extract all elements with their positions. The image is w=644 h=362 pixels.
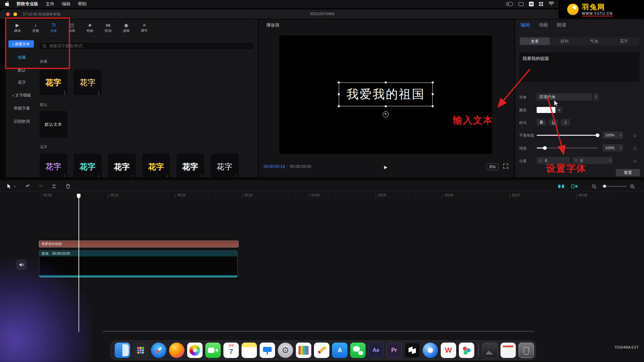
wechat-icon[interactable] (350, 343, 366, 358)
huazi-tile[interactable]: 花字 (40, 154, 67, 177)
selection-handle[interactable] (385, 105, 387, 107)
original-quality-button[interactable]: 原始 (486, 164, 498, 170)
huazi-tile[interactable]: 花字 (142, 154, 170, 177)
display-icon[interactable] (519, 2, 524, 6)
download-icon[interactable] (201, 172, 202, 177)
wps-icon[interactable]: W (441, 343, 456, 358)
screen-record-indicator-icon[interactable] (506, 2, 513, 6)
apple-menu-icon[interactable] (5, 1, 9, 7)
download-icon[interactable] (166, 172, 168, 177)
search-bar[interactable] (39, 42, 255, 50)
calendar-icon[interactable]: 10月 7 (223, 343, 239, 358)
opacity-stepper[interactable] (619, 131, 623, 139)
menu-item[interactable]: 帮助 (78, 1, 87, 7)
inspector-tab[interactable]: 朗读 (557, 22, 566, 28)
settings-icon[interactable]: ⚙ (278, 343, 293, 358)
reset-button[interactable]: 重置 (616, 169, 640, 176)
minimized-doc-icon[interactable] (500, 343, 516, 358)
media-tab[interactable]: ♪ 音频 (26, 19, 45, 36)
browser-app-icon[interactable] (423, 343, 438, 358)
huazi-tile[interactable]: 花字 (74, 70, 102, 95)
launchpad-icon[interactable] (133, 343, 148, 358)
colorbars-app-icon[interactable] (296, 343, 311, 358)
selection-handle[interactable] (432, 105, 434, 107)
opacity-keyframe-icon[interactable] (633, 133, 637, 138)
huazi-tile[interactable]: 花字 (40, 70, 67, 95)
minimized-window-icon[interactable] (482, 343, 498, 358)
track-mute-button[interactable] (16, 260, 26, 270)
media-tab[interactable]: ⋈ 转场 (99, 19, 117, 36)
premiere-icon[interactable]: Pr (386, 343, 402, 358)
selection-handle[interactable] (338, 81, 340, 83)
pencil-app-icon[interactable] (314, 343, 329, 358)
selection-handle[interactable] (338, 105, 340, 107)
scale-value[interactable]: 100% (602, 144, 623, 152)
split-clip-icon[interactable] (50, 182, 58, 190)
default-text-tile[interactable]: 默认文本 (40, 111, 67, 138)
inspector-tab[interactable]: 编辑 (521, 22, 530, 28)
sidebar-item[interactable]: 默认 (6, 67, 38, 73)
media-tab[interactable]: ◉ 滤镜 (117, 19, 135, 36)
zoom-out-icon[interactable] (590, 182, 598, 190)
color-circles-app-icon[interactable] (459, 343, 474, 358)
underline-button[interactable]: U (549, 119, 558, 126)
selection-handle[interactable] (338, 93, 340, 95)
huazi-tile[interactable]: 花字 (211, 154, 238, 177)
grid-icon[interactable] (539, 2, 543, 6)
inspector-subtab[interactable]: 排列 (550, 38, 580, 45)
play-button[interactable] (382, 163, 390, 171)
sidebar-item[interactable]: 识别歌词 (6, 118, 38, 125)
snap-toggle-icon[interactable] (557, 182, 566, 190)
selection-handle[interactable] (385, 81, 387, 83)
dock-separator[interactable] (478, 344, 479, 357)
search-input[interactable] (49, 43, 251, 49)
select-tool[interactable] (5, 182, 13, 190)
fullscreen-icon[interactable] (503, 164, 509, 170)
download-icon[interactable] (98, 88, 100, 94)
media-tab[interactable]: ≡ 调节 (135, 19, 153, 36)
scale-stepper[interactable] (619, 144, 623, 152)
timeline-zoom-slider[interactable] (602, 186, 627, 187)
link-preview-icon[interactable] (570, 182, 579, 190)
sidebar-item[interactable]: 收藏 (6, 54, 38, 61)
delete-clip-icon[interactable] (64, 182, 72, 190)
keynote-icon[interactable] (260, 343, 275, 358)
download-icon[interactable] (235, 172, 236, 177)
jianying-icon[interactable] (405, 343, 420, 358)
font-select[interactable]: 后现代体 (537, 93, 592, 101)
media-tab[interactable]: ▶ 媒体 (8, 19, 26, 36)
sidebar-item[interactable]: 花字 (6, 79, 38, 86)
media-tab[interactable]: ◳ 贴纸 (63, 19, 81, 36)
download-icon[interactable] (64, 172, 65, 177)
sidebar-item[interactable]: 新建文本 (8, 40, 34, 48)
playhead[interactable] (78, 194, 79, 332)
inspector-tab[interactable]: 动画 (539, 22, 548, 28)
appstore-icon[interactable]: A (332, 343, 347, 358)
timeline-scrollbar[interactable] (103, 331, 534, 332)
download-icon[interactable] (132, 172, 134, 177)
safari-icon[interactable] (151, 343, 166, 358)
after-effects-icon[interactable]: Ae (368, 343, 384, 358)
download-icon[interactable] (98, 172, 100, 177)
inspector-subtab[interactable]: 气泡 (579, 38, 609, 45)
text-overlay-selection[interactable]: 我爱我的祖国 (339, 82, 433, 106)
facetime-icon[interactable] (205, 343, 221, 358)
opacity-slider[interactable] (537, 135, 598, 136)
sidebar-item[interactable]: 智能字幕 (6, 105, 38, 112)
sidebar-item[interactable]: 文字模板 (6, 92, 38, 99)
finder-icon[interactable] (115, 343, 130, 358)
scale-slider[interactable] (537, 147, 598, 148)
inspector-subtab[interactable]: 花字 (609, 38, 639, 45)
media-tab[interactable]: TI 文本 (45, 19, 63, 36)
input-source-icon[interactable]: W (529, 2, 534, 6)
position-stepper[interactable] (608, 157, 612, 164)
font-stepper[interactable] (594, 93, 598, 101)
text-content-input[interactable]: 我爱我的祖国 (519, 52, 639, 82)
inspector-subtab[interactable]: 文本 (520, 38, 550, 45)
rotate-handle-icon[interactable] (383, 111, 389, 117)
zoom-in-icon[interactable] (628, 182, 637, 190)
menu-app-name[interactable]: 剪映专业版 (16, 1, 38, 7)
video-preview[interactable]: 我爱我的祖国 (279, 36, 492, 154)
trash-icon[interactable] (519, 343, 534, 358)
huazi-tile[interactable]: 花字 (74, 154, 102, 177)
